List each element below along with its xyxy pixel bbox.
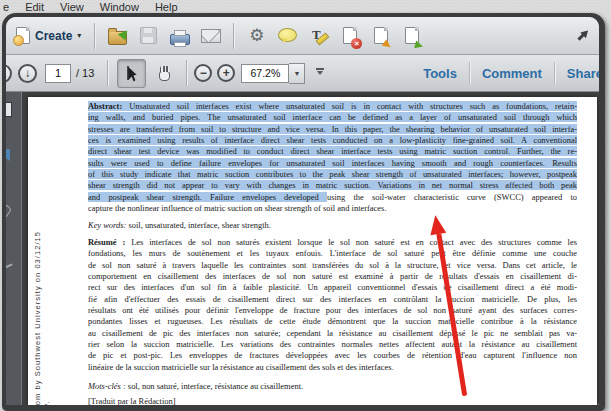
text-run: ces is examined using results of interfa… <box>88 135 577 145</box>
open-file-icon <box>108 31 127 45</box>
menu-window[interactable]: Window <box>100 1 139 13</box>
sticky-note-button[interactable] <box>274 22 301 50</box>
text-run: résultats ont été utilisés pour définir … <box>88 305 577 315</box>
text-run: Les interfaces de sol non saturés existe… <box>125 237 577 247</box>
create-button-label: Create <box>35 29 72 43</box>
text-run: stresses are transferred from soil to st… <box>88 124 577 134</box>
save-icon <box>140 27 157 44</box>
sticky-note-comment-icon <box>278 28 297 42</box>
menu-help[interactable]: Help <box>155 1 178 13</box>
save-button[interactable] <box>135 22 162 50</box>
text-run: fondations, les murs de soutènement et l… <box>88 248 577 258</box>
open-file-button[interactable] <box>104 22 131 50</box>
print-button[interactable] <box>166 22 193 50</box>
create-button[interactable]: Create ▾ <box>10 25 87 46</box>
tools-button[interactable]: Tools <box>411 66 469 81</box>
signatures-icon[interactable] <box>6 256 13 270</box>
previous-page-button[interactable]: ↑ <box>6 64 12 83</box>
toolbar-separator <box>233 23 234 49</box>
email-button[interactable] <box>197 22 224 50</box>
text-run: sults were used to define failure envelo… <box>88 158 577 168</box>
zoom-in-button[interactable]: + <box>217 64 235 82</box>
hand-tool-icon <box>157 66 171 81</box>
text-line: sults were used to define failure envelo… <box>88 158 577 169</box>
pdf-page[interactable]: Abstract: Unsaturated soil interfaces ex… <box>28 97 597 405</box>
hand-tool-button[interactable] <box>150 60 177 87</box>
highlight-text-button[interactable] <box>305 22 332 50</box>
text-line: de sol non saturé à travers laquelle les… <box>88 260 577 271</box>
menu-bar: e Edit View Window Help <box>0 0 611 14</box>
next-page-button[interactable]: ↓ <box>18 64 37 83</box>
zoom-level-input[interactable]: 67.2% <box>241 64 289 83</box>
text-line: capture the nonlinear influence of matri… <box>88 203 577 214</box>
toolbar-separator <box>107 60 108 86</box>
text-run: soil, unsaturated, interface, shear stre… <box>126 220 271 230</box>
email-icon <box>201 29 221 43</box>
text-run: ing walls, and buried pipes. The unsatur… <box>88 112 577 122</box>
watermark-line-1: w.nrcresearchpress.com by Southwest Univ… <box>33 197 42 405</box>
zoom-dropdown-icon: ▼ <box>293 70 300 77</box>
text-line: of this study indicate that matric sucti… <box>88 169 577 180</box>
motscles-line: Mots-clés : sol, non saturé, interface, … <box>88 381 577 392</box>
menu-file-partial[interactable]: e <box>3 1 9 13</box>
screenshot-root: { "menubar": {"items": ["e", "Edit", "Vi… <box>0 0 611 411</box>
toolbar-more-icon <box>316 68 324 70</box>
traduit-footnote: [Traduit par la Rédaction] <box>88 396 176 405</box>
settings-button[interactable]: ⚙ <box>243 22 270 50</box>
page-number-input[interactable]: 1 <box>45 64 71 83</box>
print-icon <box>170 34 190 45</box>
text-line: de pic et post-pic. Les enveloppes de fr… <box>88 350 577 361</box>
delete-pages-button[interactable]: × <box>336 22 363 50</box>
attachments-icon[interactable] <box>6 204 12 221</box>
extract-pages-button[interactable] <box>367 22 394 50</box>
share-button[interactable]: Share <box>555 66 599 81</box>
text-run: sol, non saturé, interface, résistance a… <box>126 381 303 391</box>
comment-button[interactable]: Comment <box>470 66 554 81</box>
text-run: direct shear test device was modified to… <box>88 146 577 156</box>
text-run: using the soil-water characteristic curv… <box>327 192 577 202</box>
toolbar-separator <box>94 23 95 49</box>
open-file-arrow <box>118 23 135 40</box>
bookmarks-icon[interactable] <box>6 149 10 161</box>
text-run: Résumé : <box>88 237 125 247</box>
resume-paragraph: Résumé : Les interfaces de sol non satur… <box>88 237 577 373</box>
text-line: Abstract: Unsaturated soil interfaces ex… <box>88 101 577 112</box>
text-line: Key words: soil, unsaturated, interface,… <box>88 220 577 231</box>
text-line: ing walls, and buried pipes. The unsatur… <box>88 112 577 123</box>
text-run: fié afin d'effectuer des essais de cisai… <box>88 294 577 304</box>
zoom-out-icon: − <box>200 67 207 79</box>
toolbar-more-caret <box>317 71 323 78</box>
zoom-in-icon: + <box>223 67 230 79</box>
extract-arrow-badge <box>382 39 396 52</box>
menu-edit[interactable]: Edit <box>25 1 44 13</box>
text-run: capture the nonlinear influence of matri… <box>88 203 387 213</box>
zoom-dropdown-button[interactable]: ▼ <box>289 63 305 84</box>
watermark-line-2: For personal use only. <box>42 197 51 405</box>
text-line: direct shear test device was modified to… <box>88 146 577 157</box>
document-area: Abstract: Unsaturated soil interfaces ex… <box>6 92 599 405</box>
menu-view[interactable]: View <box>60 1 84 13</box>
acrobat-window-body: Create ▾ ⚙ <box>6 17 599 405</box>
text-line: comportement en cisaillement des interfa… <box>88 271 577 282</box>
export-page-button[interactable] <box>398 22 425 50</box>
text-line: rier selon la succion matricielle. Les v… <box>88 339 577 350</box>
pane-toggle-arrow-icon[interactable] <box>575 27 591 43</box>
select-tool-button[interactable] <box>117 59 146 88</box>
export-arrow-badge <box>415 40 429 51</box>
text-run: pondantes lisses et rugueuses. Les résul… <box>88 316 577 326</box>
text-line: pondantes lisses et rugueuses. Les résul… <box>88 316 577 327</box>
create-caret-icon: ▾ <box>77 31 81 40</box>
page-thumbnails-icon[interactable] <box>6 102 12 117</box>
toolbar-more-button[interactable] <box>315 68 324 78</box>
text-run: rier selon la succion matricielle. Les v… <box>88 339 577 349</box>
text-run: de sol non saturé à travers laquelle les… <box>88 260 577 270</box>
text-line: shear strength did not appear to vary wi… <box>88 180 577 191</box>
highlight-text-icon <box>310 27 328 44</box>
text-run: de pic et post-pic. Les enveloppes de fr… <box>88 350 577 360</box>
create-pdf-badge <box>13 35 24 46</box>
text-run: rect sur des interfaces d'un sol fin à f… <box>88 282 577 292</box>
text-line: ces is examined using results of interfa… <box>88 135 577 146</box>
text-line: stresses are transferred from soil to st… <box>88 124 577 135</box>
text-line: au cisaillement de pic des interfaces no… <box>88 328 577 339</box>
zoom-out-button[interactable]: − <box>194 64 212 82</box>
